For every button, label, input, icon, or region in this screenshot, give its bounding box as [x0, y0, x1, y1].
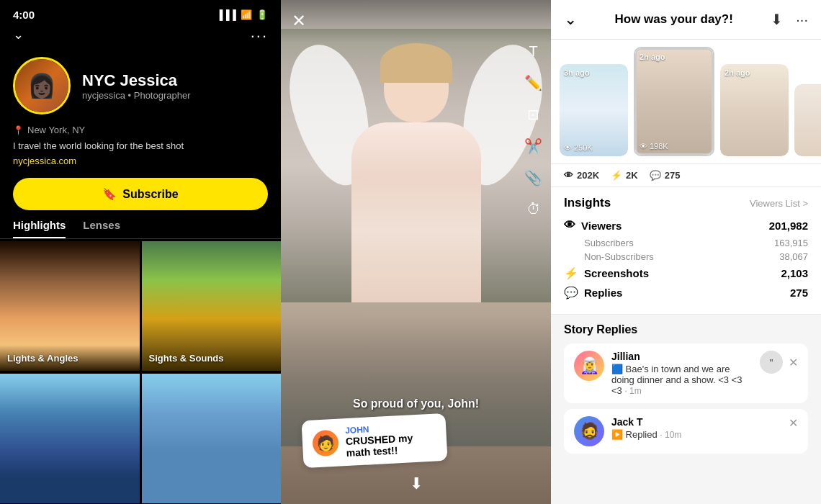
sticker-avatar: 🧑: [312, 430, 339, 457]
close-reply-jillian[interactable]: ✕: [789, 356, 798, 369]
scissors-tool-icon[interactable]: ✂️: [524, 138, 542, 155]
reply-card-jack: 🧔 Jack T ▶️ Replied · 10m ✕: [564, 409, 808, 454]
eye-icon: 👁: [564, 170, 573, 181]
thumbnail-2[interactable]: 2h ago 👁 198K: [634, 47, 714, 156]
sticker-msg: CRUSHED my math test!!: [346, 431, 438, 459]
draw-tool-icon[interactable]: ✏️: [524, 74, 542, 91]
middle-panel: ✕ T ✏️ ⊡ ✂️ 📎 ⏱ So proud of you, John! 🧑…: [281, 0, 551, 504]
highlight-card-2[interactable]: Sights & Sounds: [142, 241, 282, 371]
profile-section: 👩🏿 NYC Jessica nycjessica • Photographer: [0, 50, 281, 122]
screenshot-icon: ⚡: [611, 170, 622, 181]
close-button[interactable]: ✕: [292, 11, 306, 31]
screenshot-insight-icon: ⚡: [564, 266, 578, 280]
right-panel-title: How was your day?!: [614, 12, 732, 27]
insights-header: Insights Viewers List >: [564, 196, 808, 210]
status-time: 4:00: [13, 9, 35, 21]
person-head: [384, 50, 449, 122]
thumbnail-3-time: 2h ago: [724, 68, 750, 77]
tab-lenses[interactable]: Lenses: [83, 219, 120, 238]
story-caption: So proud of you, John!: [281, 397, 551, 410]
link-tool-icon[interactable]: 📎: [524, 169, 542, 186]
story-stats: 👁 202K ⚡ 2K 💬 275: [551, 164, 821, 187]
download-header-icon[interactable]: ⬇: [771, 11, 783, 28]
viewers-label: Viewers: [581, 220, 622, 232]
thumbnail-2-views-count: 198K: [650, 142, 668, 150]
right-header-icons: ⬇ ···: [771, 11, 808, 28]
reply-insight-icon: 💬: [564, 286, 578, 300]
highlight-card-3[interactable]: [0, 374, 140, 503]
thumbnail-2-time: 2h ago: [640, 53, 665, 61]
profile-info: NYC Jessica nycjessica • Photographer: [82, 71, 191, 101]
thumbnail-1-views: 👁 250K: [564, 143, 593, 152]
left-header: 4:00 ▐▐▐ 📶 🔋: [0, 0, 281, 27]
person-body: [351, 122, 481, 302]
highlight-label-2: Sights & Sounds: [149, 353, 224, 364]
stat-replies: 💬 275: [650, 170, 681, 181]
wifi-icon: 📶: [241, 9, 252, 20]
timer-tool-icon[interactable]: ⏱: [524, 201, 542, 217]
replies-row: 💬 Replies 275: [564, 286, 808, 300]
story-bg-scene: [281, 29, 551, 302]
replies-count: 275: [790, 287, 808, 299]
website-link[interactable]: nycjessica.com: [13, 156, 268, 166]
thumbnail-1[interactable]: 3h ago 👁 250K: [560, 64, 628, 156]
reply-emoji-jillian: 🟦: [611, 364, 623, 374]
sticker-text: JOHN CRUSHED my math test!!: [345, 421, 437, 459]
subscribe-button[interactable]: 🔖 Subscribe: [13, 178, 268, 210]
signal-icon: ▐▐▐: [216, 9, 236, 20]
reply-msg-jillian: 🟦 Bae's in town and we are doing dinner …: [611, 364, 753, 396]
story-replies-section: Story Replies 🧝‍♀️ Jillian 🟦 Bae's in to…: [551, 315, 821, 504]
back-chevron-icon[interactable]: ⌄: [564, 10, 577, 29]
replies-label: Replies: [584, 287, 622, 299]
chevron-down-icon[interactable]: ⌄: [13, 27, 24, 45]
thumbnail-1-time: 3h ago: [564, 68, 589, 77]
reply-card-jillian: 🧝‍♀️ Jillian 🟦 Bae's in town and we are …: [564, 343, 808, 403]
story-sticker: 🧑 JOHN CRUSHED my math test!!: [301, 413, 447, 468]
thumbnail-1-views-count: 250K: [574, 143, 593, 152]
quote-button-jillian[interactable]: ": [760, 351, 783, 374]
highlight-card-4[interactable]: [142, 374, 282, 503]
stat-views: 👁 202K: [564, 170, 599, 181]
profile-name: NYC Jessica: [82, 71, 191, 90]
viewers-list-link[interactable]: Viewers List >: [750, 198, 808, 209]
thumbnail-4[interactable]: [794, 84, 821, 156]
more-header-icon[interactable]: ···: [796, 12, 808, 28]
story-replies-title: Story Replies: [564, 323, 808, 336]
reply-time-jillian: · 1m: [624, 386, 641, 396]
sticker-tool-icon[interactable]: ⊡: [524, 106, 542, 123]
download-button[interactable]: ⬇: [410, 474, 423, 493]
subscribers-count: 163,915: [774, 238, 808, 248]
profile-meta: 📍 New York, NY I travel the world lookin…: [0, 122, 281, 169]
highlight-label-1: Lights & Angles: [7, 353, 78, 364]
views-icon-2: 👁: [640, 142, 647, 150]
profile-username: nycjessica • Photographer: [82, 90, 191, 101]
reply-name-jillian: Jillian: [611, 351, 753, 362]
stat-views-count: 202K: [577, 170, 599, 181]
insights-title: Insights: [564, 196, 611, 210]
reply-content-jack: Jack T ▶️ Replied · 10m: [611, 416, 781, 440]
insights-section: Insights Viewers List > 👁 Viewers 201,98…: [551, 187, 821, 315]
screenshots-label-row: ⚡ Screenshots: [564, 266, 649, 280]
stat-screenshots: ⚡ 2K: [611, 170, 638, 181]
close-reply-jack[interactable]: ✕: [789, 416, 798, 430]
story-thumbnails: 3h ago 👁 250K 2h ago 👁 198K 2h ago: [551, 40, 821, 164]
avatar-image: 👩🏿: [15, 59, 68, 112]
more-options-button[interactable]: ···: [251, 27, 268, 45]
reply-icon: 💬: [650, 170, 661, 181]
highlight-card-1[interactable]: Lights & Angles: [0, 241, 140, 371]
thumbnail-3[interactable]: 2h ago: [720, 64, 789, 156]
subscribers-sub: Subscribers 163,915: [564, 238, 808, 248]
reply-actions-jack: ✕: [789, 416, 798, 430]
tab-highlights[interactable]: Highlights: [13, 219, 66, 238]
reply-msg-jack: ▶️ Replied · 10m: [611, 429, 781, 440]
reply-actions-jillian: " ✕: [760, 351, 798, 374]
text-tool-icon[interactable]: T: [524, 43, 542, 60]
right-panel: ⌄ How was your day?! ⬇ ··· 3h ago 👁 250K…: [551, 0, 821, 504]
story-overlay-top: [281, 0, 551, 43]
location-text: New York, NY: [27, 125, 85, 135]
reply-avatar-jack: 🧔: [574, 416, 604, 446]
replies-label-row: 💬 Replies: [564, 286, 622, 300]
bookmark-icon: 🔖: [102, 187, 117, 201]
stat-replies-count: 275: [665, 170, 681, 181]
views-icon: 👁: [564, 143, 572, 152]
